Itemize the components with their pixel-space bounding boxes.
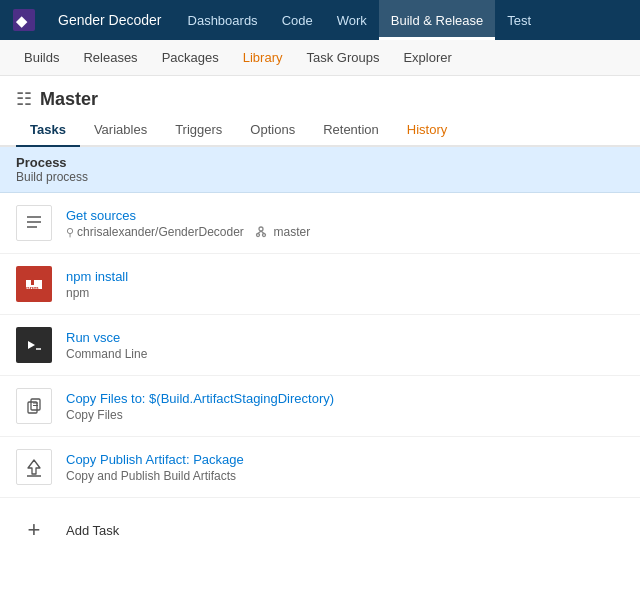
svg-rect-16: [28, 402, 37, 413]
tab-retention[interactable]: Retention: [309, 114, 393, 147]
branch-separator: master: [255, 225, 310, 239]
nav-build-release[interactable]: Build & Release: [379, 0, 496, 40]
copy-files-icon: [16, 388, 52, 424]
copy-files-name: Copy Files to: $(Build.ArtifactStagingDi…: [66, 391, 624, 406]
svg-point-7: [263, 234, 266, 237]
nav-packages[interactable]: Packages: [150, 40, 231, 75]
add-task-icon: +: [16, 512, 52, 548]
npm-install-name: npm install: [66, 269, 624, 284]
svg-rect-17: [31, 399, 40, 410]
page-header: ☷ Master: [0, 76, 640, 110]
npm-icon: npm: [16, 266, 52, 302]
npm-install-subtitle: npm: [66, 286, 624, 300]
svg-text:npm: npm: [26, 285, 39, 291]
task-item-copy-files[interactable]: Copy Files to: $(Build.ArtifactStagingDi…: [0, 376, 640, 437]
run-vsce-subtitle: Command Line: [66, 347, 624, 361]
get-sources-subtitle: ⚲ chrisalexander/GenderDecoder master: [66, 225, 624, 239]
copy-files-info: Copy Files to: $(Build.ArtifactStagingDi…: [66, 391, 624, 422]
nav-explorer[interactable]: Explorer: [391, 40, 463, 75]
svg-text:◆: ◆: [15, 13, 28, 29]
nav-work[interactable]: Work: [325, 0, 379, 40]
svg-line-8: [258, 231, 261, 234]
publish-icon: [16, 449, 52, 485]
copy-publish-subtitle: Copy and Publish Build Artifacts: [66, 469, 624, 483]
nav-dashboards[interactable]: Dashboards: [176, 0, 270, 40]
get-sources-info: Get sources ⚲ chrisalexander/GenderDecod…: [66, 208, 624, 239]
repo-name: chrisalexander/GenderDecoder: [77, 225, 244, 239]
project-name[interactable]: Gender Decoder: [48, 12, 172, 28]
npm-install-info: npm install npm: [66, 269, 624, 300]
svg-point-5: [259, 227, 263, 231]
tab-history[interactable]: History: [393, 114, 461, 147]
nav-test[interactable]: Test: [495, 0, 543, 40]
copy-publish-info: Copy Publish Artifact: Package Copy and …: [66, 452, 624, 483]
task-item-run-vsce[interactable]: Run vsce Command Line: [0, 315, 640, 376]
tab-bar: Tasks Variables Triggers Options Retenti…: [0, 114, 640, 147]
task-item-get-sources[interactable]: Get sources ⚲ chrisalexander/GenderDecod…: [0, 193, 640, 254]
get-sources-icon: [16, 205, 52, 241]
process-subtitle: Build process: [16, 170, 624, 184]
task-item-copy-publish[interactable]: Copy Publish Artifact: Package Copy and …: [0, 437, 640, 498]
task-list: Get sources ⚲ chrisalexander/GenderDecod…: [0, 193, 640, 498]
top-nav-items: Dashboards Code Work Build & Release Tes…: [176, 0, 544, 40]
svg-marker-20: [28, 460, 40, 474]
nav-task-groups[interactable]: Task Groups: [294, 40, 391, 75]
build-definition-icon: ☷: [16, 88, 32, 110]
svg-point-6: [257, 234, 260, 237]
nav-library[interactable]: Library: [231, 40, 295, 75]
process-section: Process Build process: [0, 147, 640, 193]
get-sources-name: Get sources: [66, 208, 624, 223]
tab-variables[interactable]: Variables: [80, 114, 161, 147]
add-task-label: Add Task: [66, 523, 119, 538]
repo-icon: ⚲: [66, 226, 77, 238]
top-nav-bar: ◆ Gender Decoder Dashboards Code Work Bu…: [0, 0, 640, 40]
nav-builds[interactable]: Builds: [12, 40, 71, 75]
app-logo: ◆: [8, 4, 40, 36]
copy-publish-name: Copy Publish Artifact: Package: [66, 452, 624, 467]
tab-options[interactable]: Options: [236, 114, 309, 147]
run-vsce-name: Run vsce: [66, 330, 624, 345]
svg-line-9: [261, 231, 264, 234]
second-nav-bar: Builds Releases Packages Library Task Gr…: [0, 40, 640, 76]
add-task-row[interactable]: + Add Task: [0, 498, 640, 562]
task-item-npm-install[interactable]: npm npm install npm: [0, 254, 640, 315]
tab-tasks[interactable]: Tasks: [16, 114, 80, 147]
process-title: Process: [16, 155, 624, 170]
branch-name: master: [274, 225, 311, 239]
cmdline-icon: [16, 327, 52, 363]
nav-releases[interactable]: Releases: [71, 40, 149, 75]
nav-code[interactable]: Code: [270, 0, 325, 40]
copy-files-subtitle: Copy Files: [66, 408, 624, 422]
run-vsce-info: Run vsce Command Line: [66, 330, 624, 361]
page-title: Master: [40, 89, 98, 110]
tab-triggers[interactable]: Triggers: [161, 114, 236, 147]
svg-marker-14: [28, 341, 35, 349]
